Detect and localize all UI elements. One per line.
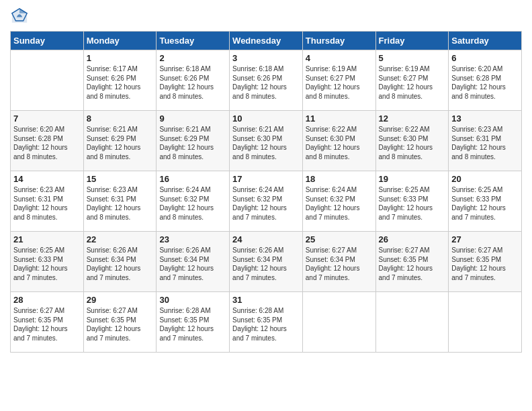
day-number: 23 <box>159 234 226 244</box>
day-number: 20 <box>451 174 519 184</box>
calendar-cell: 2Sunrise: 6:18 AMSunset: 6:26 PMDaylight… <box>157 50 230 111</box>
day-number: 11 <box>306 113 373 124</box>
calendar-cell: 1Sunrise: 6:17 AMSunset: 6:26 PMDaylight… <box>83 50 157 111</box>
day-number: 27 <box>451 234 519 244</box>
calendar-cell: 7Sunrise: 6:20 AMSunset: 6:28 PMDaylight… <box>11 111 84 171</box>
calendar-cell: 6Sunrise: 6:20 AMSunset: 6:28 PMDaylight… <box>449 50 522 111</box>
cell-details: Sunrise: 6:27 AMSunset: 6:35 PMDaylight:… <box>379 246 446 282</box>
cell-details: Sunrise: 6:25 AMSunset: 6:33 PMDaylight:… <box>451 185 519 222</box>
header <box>10 7 522 26</box>
cell-details: Sunrise: 6:24 AMSunset: 6:32 PMDaylight:… <box>306 185 373 222</box>
week-row-2: 7Sunrise: 6:20 AMSunset: 6:28 PMDaylight… <box>11 111 522 171</box>
cell-details: Sunrise: 6:19 AMSunset: 6:27 PMDaylight:… <box>306 64 373 101</box>
cell-details: Sunrise: 6:24 AMSunset: 6:32 PMDaylight:… <box>232 185 300 222</box>
cell-details: Sunrise: 6:28 AMSunset: 6:35 PMDaylight:… <box>232 306 300 342</box>
day-number: 25 <box>306 234 373 244</box>
calendar-cell: 11Sunrise: 6:22 AMSunset: 6:30 PMDayligh… <box>302 111 375 171</box>
cell-details: Sunrise: 6:18 AMSunset: 6:26 PMDaylight:… <box>159 64 226 101</box>
cell-details: Sunrise: 6:25 AMSunset: 6:33 PMDaylight:… <box>13 246 81 282</box>
day-number: 28 <box>13 295 81 305</box>
cell-details: Sunrise: 6:22 AMSunset: 6:30 PMDaylight:… <box>379 125 446 161</box>
header-row: SundayMondayTuesdayWednesdayThursdayFrid… <box>11 32 522 50</box>
calendar-cell <box>302 292 375 353</box>
day-number: 6 <box>451 53 519 63</box>
day-number: 5 <box>379 53 446 63</box>
calendar-cell: 26Sunrise: 6:27 AMSunset: 6:35 PMDayligh… <box>375 232 449 292</box>
cell-details: Sunrise: 6:27 AMSunset: 6:35 PMDaylight:… <box>13 306 81 342</box>
day-header-monday: Monday <box>83 32 157 50</box>
cell-details: Sunrise: 6:20 AMSunset: 6:28 PMDaylight:… <box>13 125 81 161</box>
cell-details: Sunrise: 6:23 AMSunset: 6:31 PMDaylight:… <box>87 185 154 222</box>
calendar-cell: 10Sunrise: 6:21 AMSunset: 6:30 PMDayligh… <box>230 111 303 171</box>
calendar-cell: 8Sunrise: 6:21 AMSunset: 6:29 PMDaylight… <box>83 111 157 171</box>
week-row-4: 21Sunrise: 6:25 AMSunset: 6:33 PMDayligh… <box>11 232 522 292</box>
week-row-3: 14Sunrise: 6:23 AMSunset: 6:31 PMDayligh… <box>11 171 522 232</box>
calendar-cell: 22Sunrise: 6:26 AMSunset: 6:34 PMDayligh… <box>83 232 157 292</box>
day-number: 8 <box>87 113 154 124</box>
cell-details: Sunrise: 6:21 AMSunset: 6:29 PMDaylight:… <box>159 125 226 161</box>
cell-details: Sunrise: 6:23 AMSunset: 6:31 PMDaylight:… <box>451 125 519 161</box>
calendar-cell <box>375 292 449 353</box>
logo-icon <box>10 7 29 26</box>
logo <box>10 7 32 26</box>
cell-details: Sunrise: 6:26 AMSunset: 6:34 PMDaylight:… <box>159 246 226 282</box>
calendar-cell: 21Sunrise: 6:25 AMSunset: 6:33 PMDayligh… <box>11 232 84 292</box>
day-number: 21 <box>13 234 81 244</box>
cell-details: Sunrise: 6:26 AMSunset: 6:34 PMDaylight:… <box>232 246 300 282</box>
day-number: 4 <box>306 53 373 63</box>
calendar-cell: 16Sunrise: 6:24 AMSunset: 6:32 PMDayligh… <box>157 171 230 232</box>
day-header-thursday: Thursday <box>302 32 375 50</box>
cell-details: Sunrise: 6:26 AMSunset: 6:34 PMDaylight:… <box>87 246 154 282</box>
week-row-1: 1Sunrise: 6:17 AMSunset: 6:26 PMDaylight… <box>11 50 522 111</box>
day-number: 18 <box>306 174 373 184</box>
day-header-tuesday: Tuesday <box>157 32 230 50</box>
cell-details: Sunrise: 6:27 AMSunset: 6:35 PMDaylight:… <box>451 246 519 282</box>
calendar-cell: 4Sunrise: 6:19 AMSunset: 6:27 PMDaylight… <box>302 50 375 111</box>
calendar-cell: 29Sunrise: 6:27 AMSunset: 6:35 PMDayligh… <box>83 292 157 353</box>
day-number: 24 <box>232 234 300 244</box>
week-row-5: 28Sunrise: 6:27 AMSunset: 6:35 PMDayligh… <box>11 292 522 353</box>
cell-details: Sunrise: 6:21 AMSunset: 6:29 PMDaylight:… <box>87 125 154 161</box>
day-number: 19 <box>379 174 446 184</box>
day-number: 16 <box>159 174 226 184</box>
cell-details: Sunrise: 6:25 AMSunset: 6:33 PMDaylight:… <box>379 185 446 222</box>
day-number: 13 <box>451 113 519 124</box>
day-number: 10 <box>232 113 300 124</box>
day-number: 9 <box>159 113 226 124</box>
calendar-cell: 9Sunrise: 6:21 AMSunset: 6:29 PMDaylight… <box>157 111 230 171</box>
calendar-cell: 15Sunrise: 6:23 AMSunset: 6:31 PMDayligh… <box>83 171 157 232</box>
cell-details: Sunrise: 6:20 AMSunset: 6:28 PMDaylight:… <box>451 64 519 101</box>
cell-details: Sunrise: 6:28 AMSunset: 6:35 PMDaylight:… <box>159 306 226 342</box>
day-number: 3 <box>232 53 300 63</box>
day-number: 22 <box>87 234 154 244</box>
cell-details: Sunrise: 6:19 AMSunset: 6:27 PMDaylight:… <box>379 64 446 101</box>
day-number: 17 <box>232 174 300 184</box>
day-header-sunday: Sunday <box>11 32 84 50</box>
cell-details: Sunrise: 6:24 AMSunset: 6:32 PMDaylight:… <box>159 185 226 222</box>
calendar-cell: 12Sunrise: 6:22 AMSunset: 6:30 PMDayligh… <box>375 111 449 171</box>
day-number: 29 <box>87 295 154 305</box>
calendar-cell: 27Sunrise: 6:27 AMSunset: 6:35 PMDayligh… <box>449 232 522 292</box>
calendar-cell: 18Sunrise: 6:24 AMSunset: 6:32 PMDayligh… <box>302 171 375 232</box>
cell-details: Sunrise: 6:27 AMSunset: 6:34 PMDaylight:… <box>306 246 373 282</box>
day-number: 12 <box>379 113 446 124</box>
calendar-cell: 19Sunrise: 6:25 AMSunset: 6:33 PMDayligh… <box>375 171 449 232</box>
calendar-cell: 17Sunrise: 6:24 AMSunset: 6:32 PMDayligh… <box>230 171 303 232</box>
calendar-cell: 20Sunrise: 6:25 AMSunset: 6:33 PMDayligh… <box>449 171 522 232</box>
cell-details: Sunrise: 6:27 AMSunset: 6:35 PMDaylight:… <box>87 306 154 342</box>
calendar-cell: 3Sunrise: 6:18 AMSunset: 6:26 PMDaylight… <box>230 50 303 111</box>
day-number: 26 <box>379 234 446 244</box>
day-number: 15 <box>87 174 154 184</box>
day-header-wednesday: Wednesday <box>230 32 303 50</box>
calendar-cell: 13Sunrise: 6:23 AMSunset: 6:31 PMDayligh… <box>449 111 522 171</box>
calendar-cell: 24Sunrise: 6:26 AMSunset: 6:34 PMDayligh… <box>230 232 303 292</box>
calendar-cell: 30Sunrise: 6:28 AMSunset: 6:35 PMDayligh… <box>157 292 230 353</box>
day-number: 2 <box>159 53 226 63</box>
day-number: 31 <box>232 295 300 305</box>
calendar-cell: 23Sunrise: 6:26 AMSunset: 6:34 PMDayligh… <box>157 232 230 292</box>
calendar-cell: 25Sunrise: 6:27 AMSunset: 6:34 PMDayligh… <box>302 232 375 292</box>
calendar-table: SundayMondayTuesdayWednesdayThursdayFrid… <box>10 31 522 353</box>
calendar-cell: 28Sunrise: 6:27 AMSunset: 6:35 PMDayligh… <box>11 292 84 353</box>
day-header-saturday: Saturday <box>449 32 522 50</box>
cell-details: Sunrise: 6:21 AMSunset: 6:30 PMDaylight:… <box>232 125 300 161</box>
